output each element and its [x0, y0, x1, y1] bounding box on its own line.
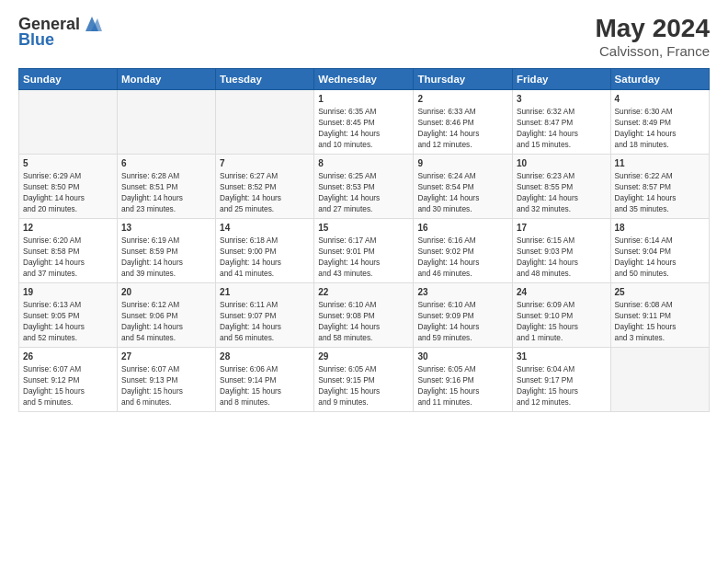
day-number: 26: [23, 351, 113, 362]
day-number: 27: [121, 351, 211, 362]
week-row-4: 19Sunrise: 6:13 AMSunset: 9:05 PMDayligh…: [19, 282, 710, 347]
logo-blue: Blue: [18, 30, 54, 50]
calendar-cell: 1Sunrise: 6:35 AMSunset: 8:45 PMDaylight…: [314, 89, 414, 154]
weekday-header-thursday: Thursday: [414, 68, 513, 89]
week-row-3: 12Sunrise: 6:20 AMSunset: 8:58 PMDayligh…: [19, 218, 710, 282]
title-section: May 2024 Calvisson, France: [595, 15, 710, 59]
calendar-cell: 28Sunrise: 6:06 AMSunset: 9:14 PMDayligh…: [216, 348, 314, 412]
day-info: Sunrise: 6:14 AMSunset: 9:04 PMDaylight:…: [615, 235, 705, 279]
day-number: 22: [318, 287, 409, 297]
day-number: 8: [318, 158, 409, 168]
header: General Blue May 2024 Calvisson, France: [18, 15, 710, 59]
calendar-cell: [118, 89, 216, 154]
day-number: 21: [220, 287, 310, 297]
day-info: Sunrise: 6:29 AMSunset: 8:50 PMDaylight:…: [23, 170, 113, 214]
day-number: 2: [417, 94, 508, 104]
day-info: Sunrise: 6:20 AMSunset: 8:58 PMDaylight:…: [23, 235, 113, 279]
day-number: 6: [121, 158, 211, 168]
day-info: Sunrise: 6:06 AMSunset: 9:14 PMDaylight:…: [220, 363, 310, 408]
calendar-cell: 25Sunrise: 6:08 AMSunset: 9:11 PMDayligh…: [610, 282, 709, 347]
weekday-header-wednesday: Wednesday: [314, 68, 414, 89]
day-number: 9: [417, 158, 508, 168]
weekday-header-friday: Friday: [512, 68, 610, 89]
day-info: Sunrise: 6:11 AMSunset: 9:07 PMDaylight:…: [220, 299, 310, 343]
calendar-cell: 6Sunrise: 6:28 AMSunset: 8:51 PMDaylight…: [118, 154, 216, 218]
day-number: 5: [23, 158, 113, 168]
calendar-cell: 4Sunrise: 6:30 AMSunset: 8:49 PMDaylight…: [610, 89, 709, 154]
calendar-cell: 5Sunrise: 6:29 AMSunset: 8:50 PMDaylight…: [19, 154, 118, 218]
day-number: 16: [417, 223, 508, 233]
week-row-5: 26Sunrise: 6:07 AMSunset: 9:12 PMDayligh…: [19, 348, 710, 412]
calendar-cell: [610, 348, 709, 412]
day-info: Sunrise: 6:24 AMSunset: 8:54 PMDaylight:…: [417, 170, 508, 214]
calendar-cell: 11Sunrise: 6:22 AMSunset: 8:57 PMDayligh…: [610, 154, 709, 218]
calendar: SundayMondayTuesdayWednesdayThursdayFrid…: [18, 68, 710, 412]
day-info: Sunrise: 6:33 AMSunset: 8:46 PMDaylight:…: [417, 106, 508, 150]
day-number: 19: [23, 287, 113, 297]
day-info: Sunrise: 6:18 AMSunset: 9:00 PMDaylight:…: [220, 235, 310, 279]
logo: General Blue: [18, 15, 102, 50]
calendar-cell: 14Sunrise: 6:18 AMSunset: 9:00 PMDayligh…: [216, 218, 314, 282]
day-info: Sunrise: 6:13 AMSunset: 9:05 PMDaylight:…: [23, 299, 113, 343]
calendar-cell: 26Sunrise: 6:07 AMSunset: 9:12 PMDayligh…: [19, 348, 118, 412]
day-info: Sunrise: 6:04 AMSunset: 9:17 PMDaylight:…: [517, 363, 607, 408]
day-info: Sunrise: 6:16 AMSunset: 9:02 PMDaylight:…: [417, 235, 508, 279]
day-number: 18: [615, 223, 705, 233]
day-info: Sunrise: 6:10 AMSunset: 9:09 PMDaylight:…: [417, 299, 508, 343]
day-number: 15: [318, 223, 409, 233]
day-info: Sunrise: 6:22 AMSunset: 8:57 PMDaylight:…: [615, 170, 705, 214]
day-info: Sunrise: 6:12 AMSunset: 9:06 PMDaylight:…: [121, 299, 211, 343]
logo-icon: [82, 15, 102, 33]
day-info: Sunrise: 6:15 AMSunset: 9:03 PMDaylight:…: [517, 235, 607, 279]
day-number: 31: [517, 351, 607, 362]
calendar-cell: 16Sunrise: 6:16 AMSunset: 9:02 PMDayligh…: [414, 218, 513, 282]
calendar-cell: 7Sunrise: 6:27 AMSunset: 8:52 PMDaylight…: [216, 154, 314, 218]
day-info: Sunrise: 6:05 AMSunset: 9:15 PMDaylight:…: [318, 363, 409, 408]
day-number: 4: [615, 94, 705, 104]
day-number: 17: [517, 223, 607, 233]
day-info: Sunrise: 6:07 AMSunset: 9:13 PMDaylight:…: [121, 363, 211, 408]
page: General Blue May 2024 Calvisson, France …: [0, 0, 728, 421]
calendar-cell: 23Sunrise: 6:10 AMSunset: 9:09 PMDayligh…: [414, 282, 513, 347]
calendar-cell: 27Sunrise: 6:07 AMSunset: 9:13 PMDayligh…: [118, 348, 216, 412]
day-info: Sunrise: 6:05 AMSunset: 9:16 PMDaylight:…: [417, 363, 508, 408]
day-info: Sunrise: 6:07 AMSunset: 9:12 PMDaylight:…: [23, 363, 113, 408]
calendar-cell: 29Sunrise: 6:05 AMSunset: 9:15 PMDayligh…: [314, 348, 414, 412]
calendar-cell: [19, 89, 118, 154]
day-number: 23: [417, 287, 508, 297]
calendar-cell: [216, 89, 314, 154]
calendar-cell: 31Sunrise: 6:04 AMSunset: 9:17 PMDayligh…: [512, 348, 610, 412]
day-number: 20: [121, 287, 211, 297]
month-title: May 2024: [595, 15, 710, 43]
day-info: Sunrise: 6:08 AMSunset: 9:11 PMDaylight:…: [615, 299, 705, 343]
day-number: 13: [121, 223, 211, 233]
calendar-cell: 13Sunrise: 6:19 AMSunset: 8:59 PMDayligh…: [118, 218, 216, 282]
day-info: Sunrise: 6:30 AMSunset: 8:49 PMDaylight:…: [615, 106, 705, 150]
day-info: Sunrise: 6:23 AMSunset: 8:55 PMDaylight:…: [517, 170, 607, 214]
weekday-header-monday: Monday: [118, 68, 216, 89]
calendar-cell: 2Sunrise: 6:33 AMSunset: 8:46 PMDaylight…: [414, 89, 513, 154]
day-info: Sunrise: 6:25 AMSunset: 8:53 PMDaylight:…: [318, 170, 409, 214]
calendar-cell: 18Sunrise: 6:14 AMSunset: 9:04 PMDayligh…: [610, 218, 709, 282]
day-number: 12: [23, 223, 113, 233]
day-number: 7: [220, 158, 310, 168]
day-info: Sunrise: 6:28 AMSunset: 8:51 PMDaylight:…: [121, 170, 211, 214]
calendar-cell: 15Sunrise: 6:17 AMSunset: 9:01 PMDayligh…: [314, 218, 414, 282]
calendar-cell: 30Sunrise: 6:05 AMSunset: 9:16 PMDayligh…: [414, 348, 513, 412]
calendar-cell: 24Sunrise: 6:09 AMSunset: 9:10 PMDayligh…: [512, 282, 610, 347]
day-number: 25: [615, 287, 705, 297]
day-info: Sunrise: 6:09 AMSunset: 9:10 PMDaylight:…: [517, 299, 607, 343]
day-number: 29: [318, 351, 409, 362]
day-info: Sunrise: 6:10 AMSunset: 9:08 PMDaylight:…: [318, 299, 409, 343]
day-number: 24: [517, 287, 607, 297]
calendar-cell: 9Sunrise: 6:24 AMSunset: 8:54 PMDaylight…: [414, 154, 513, 218]
calendar-cell: 17Sunrise: 6:15 AMSunset: 9:03 PMDayligh…: [512, 218, 610, 282]
day-number: 30: [417, 351, 508, 362]
calendar-cell: 19Sunrise: 6:13 AMSunset: 9:05 PMDayligh…: [19, 282, 118, 347]
calendar-cell: 3Sunrise: 6:32 AMSunset: 8:47 PMDaylight…: [512, 89, 610, 154]
day-info: Sunrise: 6:35 AMSunset: 8:45 PMDaylight:…: [318, 106, 409, 150]
day-number: 11: [615, 158, 705, 168]
weekday-header-row: SundayMondayTuesdayWednesdayThursdayFrid…: [19, 68, 710, 89]
calendar-cell: 21Sunrise: 6:11 AMSunset: 9:07 PMDayligh…: [216, 282, 314, 347]
day-info: Sunrise: 6:27 AMSunset: 8:52 PMDaylight:…: [220, 170, 310, 214]
